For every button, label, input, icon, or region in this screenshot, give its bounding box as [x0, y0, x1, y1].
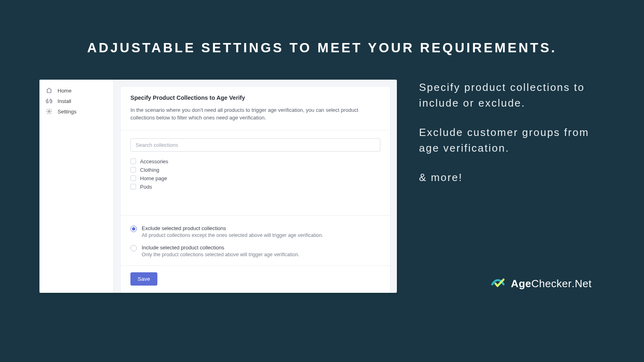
save-button[interactable]: Save	[130, 272, 157, 286]
checkbox-icon[interactable]	[130, 184, 136, 189]
code-braces-icon: {/}	[46, 98, 52, 104]
collection-label: Clothing	[140, 167, 159, 173]
collection-row[interactable]: Clothing	[130, 166, 380, 174]
sidebar-item-home[interactable]: Home	[39, 85, 114, 96]
sidebar-item-settings[interactable]: Settings	[39, 106, 114, 117]
radio-label: Exclude selected product collections	[142, 225, 323, 231]
search-collections-input[interactable]	[130, 138, 380, 152]
hero-title: ADJUSTABLE SETTINGS TO MEET YOUR REQUIRE…	[0, 0, 644, 56]
checkbox-icon[interactable]	[130, 158, 136, 164]
radio-sublabel: All product collections except the ones …	[142, 232, 323, 238]
radio-icon[interactable]	[130, 245, 137, 251]
promo-line-2: Exclude customer groups from age verific…	[419, 125, 592, 156]
collection-row[interactable]: Pods	[130, 183, 380, 191]
collection-label: Pods	[140, 184, 152, 190]
sidebar-item-label: Install	[58, 98, 71, 104]
collection-label: Home page	[140, 175, 167, 181]
checkbox-icon[interactable]	[130, 167, 136, 173]
brand-logo: AgeChecker.Net	[490, 276, 592, 292]
sidebar-item-install[interactable]: {/} Install	[39, 96, 114, 106]
collection-row[interactable]: Home page	[130, 174, 380, 183]
settings-card: Specify Product Collections to Age Verif…	[120, 86, 390, 293]
brand-text: AgeChecker.Net	[511, 278, 592, 290]
radio-label: Include selected product collections	[142, 245, 299, 251]
radio-icon[interactable]	[130, 226, 137, 232]
checkbox-icon[interactable]	[130, 175, 136, 181]
radio-sublabel: Only the product collections selected ab…	[142, 252, 299, 257]
gear-icon	[46, 108, 52, 115]
sidebar-item-label: Settings	[58, 109, 76, 115]
radio-include[interactable]: Include selected product collections Onl…	[130, 243, 380, 257]
main-panel: Specify Product Collections to Age Verif…	[114, 80, 397, 293]
sidebar: Home {/} Install Settings	[39, 80, 114, 293]
promo-line-3: & more!	[419, 170, 592, 185]
promo-copy: Specify product collections to include o…	[419, 80, 592, 293]
card-title: Specify Product Collections to Age Verif…	[130, 95, 380, 101]
collection-row[interactable]: Accessories	[130, 157, 380, 166]
collection-label: Accessories	[140, 158, 168, 165]
app-frame: Home {/} Install Settings Specify Produc…	[39, 80, 397, 293]
svg-point-0	[48, 111, 50, 112]
sidebar-item-label: Home	[58, 88, 72, 94]
card-description: In the scenario where you don't need all…	[130, 107, 380, 122]
promo-line-1: Specify product collections to include o…	[419, 80, 592, 111]
home-icon	[46, 87, 52, 94]
brand-mark-icon	[490, 276, 506, 292]
radio-exclude[interactable]: Exclude selected product collections All…	[130, 224, 380, 243]
